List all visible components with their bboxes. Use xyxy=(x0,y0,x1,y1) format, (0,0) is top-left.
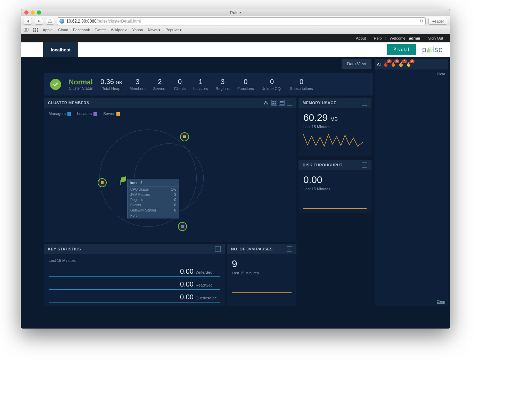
svg-rect-11 xyxy=(120,180,121,185)
svg-rect-5 xyxy=(272,103,274,105)
bookmark-item[interactable]: Facebook xyxy=(73,28,90,32)
panel-title: KEY STATISTICS xyxy=(48,247,81,251)
alert-tab-all[interactable]: All xyxy=(377,62,381,66)
alert-severity-icon[interactable]: 0 xyxy=(392,61,396,67)
reader-button[interactable]: Reader xyxy=(428,18,447,25)
alerts-sidebar: All 0 0 0 0 Clear Clear xyxy=(375,57,448,306)
member-node[interactable] xyxy=(180,132,189,141)
titlebar: Pulse xyxy=(21,9,450,16)
header: localhost Pivotal plse xyxy=(21,42,450,57)
panel-title: CLUSTER MEMBERS xyxy=(48,101,89,105)
bookmark-item[interactable]: Twitter xyxy=(95,28,106,32)
host-tab[interactable]: localhost xyxy=(43,42,78,57)
collapse-icon[interactable]: − xyxy=(287,100,292,106)
cluster-members-panel: CLUSTER MEMBERS − Managers Locators Se xyxy=(44,98,296,242)
globe-icon xyxy=(59,19,64,24)
svg-rect-7 xyxy=(280,101,284,102)
memory-usage-panel: MEMORY USAGE − 60.29 MB Last 15 Minutes xyxy=(298,98,371,156)
collapse-icon[interactable]: − xyxy=(215,246,221,252)
url-host: 10.62.2.30:8080 xyxy=(66,19,97,24)
reading-list-icon[interactable] xyxy=(24,28,28,32)
about-link[interactable]: About xyxy=(356,36,366,40)
locators-swatch xyxy=(93,112,97,116)
managers-swatch xyxy=(67,112,71,116)
sparkline xyxy=(303,208,367,209)
collapse-icon[interactable]: − xyxy=(287,246,292,252)
data-view-button[interactable]: Data View xyxy=(342,59,371,69)
topology-view-icon[interactable] xyxy=(262,99,269,106)
panel-subtitle: Last 15 Minutes xyxy=(303,125,367,129)
clear-alerts-link[interactable]: Clear xyxy=(378,72,445,76)
signout-link[interactable]: Sign Out xyxy=(428,36,443,40)
disk-value: 0.00 xyxy=(303,174,367,185)
hub-icon xyxy=(118,176,128,186)
bookmark-item[interactable]: Wikipedia xyxy=(111,28,128,32)
alert-severity-icon[interactable]: 0 xyxy=(407,61,412,67)
server-swatch xyxy=(116,112,120,116)
svg-rect-9 xyxy=(280,104,284,105)
topology-viz[interactable]: locator1 CPU Usage1% JVM Pauses3 Regions… xyxy=(44,119,296,237)
bookmark-item[interactable]: Apple xyxy=(43,28,52,32)
clear-alerts-link[interactable]: Clear xyxy=(378,300,445,304)
list-view-icon[interactable] xyxy=(279,100,285,106)
node-tooltip: locator1 CPU Usage1% JVM Pauses3 Regions… xyxy=(127,179,179,218)
status-ok-icon xyxy=(50,79,61,90)
url-path: /pulse/clusterDetail.html xyxy=(97,19,141,24)
panel-subtitle: Last 15 Minutes xyxy=(232,271,292,275)
jvm-pauses-panel: NO. OF JVM PAUSES − 9 Last 15 Minutes xyxy=(227,244,296,306)
svg-rect-4 xyxy=(275,101,276,102)
window-title: Pulse xyxy=(230,10,241,15)
panel-subtitle: Last 15 Minutes xyxy=(49,258,220,263)
top-links: About| Help| Welcome admin| Sign Out xyxy=(21,34,450,42)
minimize-window-button[interactable] xyxy=(31,10,35,15)
help-link[interactable]: Help xyxy=(374,36,382,40)
tooltip-title: locator1 xyxy=(128,179,179,187)
bookmark-item[interactable]: Yahoo xyxy=(132,28,143,32)
forward-button[interactable] xyxy=(35,18,43,25)
bookmark-item[interactable]: News ▾ xyxy=(148,28,161,32)
member-node[interactable] xyxy=(98,178,107,187)
status-sub: Cluster Status xyxy=(69,86,93,90)
back-button[interactable] xyxy=(24,18,32,25)
pulse-logo: plse xyxy=(422,45,443,54)
welcome-label: Welcome xyxy=(390,36,406,40)
reload-icon[interactable]: ↻ xyxy=(419,18,423,24)
status-label: Normal xyxy=(69,78,93,86)
panel-title: DISK THROUGHPUT xyxy=(303,163,342,167)
svg-rect-8 xyxy=(280,102,284,103)
alert-severity-icon[interactable]: 0 xyxy=(384,61,389,67)
close-window-button[interactable] xyxy=(24,10,28,15)
svg-rect-10 xyxy=(121,176,126,183)
member-node[interactable] xyxy=(178,222,187,231)
top-sites-icon[interactable] xyxy=(33,28,38,32)
disk-throughput-panel: DISK THROUGHPUT − 0.00 Last 15 Minutes xyxy=(298,160,371,213)
collapse-icon[interactable]: − xyxy=(362,162,367,168)
key-statistics-panel: KEY STATISTICS − Last 15 Minutes 0.00Wri… xyxy=(44,244,225,306)
bookmark-item[interactable]: iCloud xyxy=(57,28,68,32)
panel-title: MEMORY USAGE xyxy=(303,101,336,105)
grid-view-icon[interactable] xyxy=(271,100,277,106)
memory-value: 60.29 xyxy=(303,112,328,123)
panel-title: NO. OF JVM PAUSES xyxy=(231,247,273,251)
user-label: admin xyxy=(409,36,420,40)
sparkline xyxy=(232,292,292,293)
alert-tabs: All 0 0 0 0 xyxy=(375,59,448,69)
alert-severity-icon[interactable]: 0 xyxy=(399,61,404,67)
bookmark-item[interactable]: Popular ▾ xyxy=(165,28,182,32)
zoom-window-button[interactable] xyxy=(37,10,41,15)
bookmarks-bar: Apple iCloud Facebook Twitter Wikipedia … xyxy=(21,26,450,34)
svg-rect-3 xyxy=(272,101,274,102)
svg-rect-6 xyxy=(275,103,276,105)
memory-sparkline xyxy=(303,131,366,150)
jvm-value: 9 xyxy=(232,258,292,270)
app-root: About| Help| Welcome admin| Sign Out loc… xyxy=(21,34,450,329)
browser-toolbar: 10.62.2.30:8080/pulse/clusterDetail.html… xyxy=(21,16,450,26)
panel-subtitle: Last 15 Minutes xyxy=(303,187,367,191)
address-bar[interactable]: 10.62.2.30:8080/pulse/clusterDetail.html… xyxy=(57,17,426,25)
pivotal-logo: Pivotal xyxy=(387,44,416,55)
status-card: Normal Cluster Status 0.36 GBTotal Heap … xyxy=(44,73,373,96)
browser-window: Pulse 10.62.2.30:8080/pulse/clusterDetai… xyxy=(21,9,450,329)
share-button[interactable] xyxy=(46,18,54,25)
collapse-icon[interactable]: − xyxy=(362,100,367,106)
